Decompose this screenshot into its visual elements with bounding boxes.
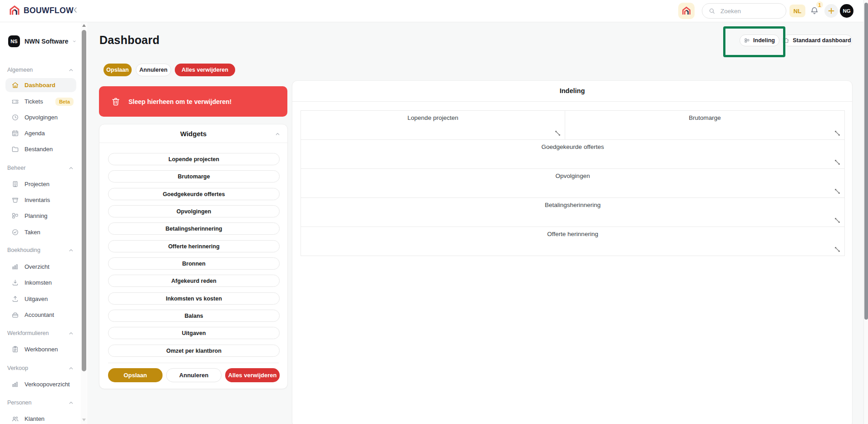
sidebar-item-label: Accountant — [25, 311, 54, 318]
sidebar-item-tickets[interactable]: Tickets Beta — [5, 94, 76, 108]
sidebar-item-taken[interactable]: Taken — [5, 225, 76, 239]
chevron-up-icon — [69, 248, 74, 253]
sidebar-item-label: Klanten — [25, 415, 44, 422]
sidebar-item-label: Opvolgingen — [25, 114, 58, 121]
widget-pill-balans[interactable]: Balans — [108, 310, 280, 322]
sidebar-scrollbar-up-arrow[interactable] — [82, 24, 86, 27]
widgets-panel-title: Widgets — [180, 130, 207, 138]
sidebar-item-uitgaven[interactable]: Uitgaven — [5, 292, 76, 306]
sidebar-section-boekhouding[interactable]: Boekhouding — [7, 246, 74, 254]
chevron-up-icon — [69, 400, 74, 405]
sidebar-item-label: Werkbonnen — [25, 346, 58, 353]
company-selector[interactable]: NS NWN Software — [8, 35, 76, 47]
sidebar-item-verkoopoverzicht[interactable]: Verkoopoverzicht — [5, 377, 76, 391]
sidebar-item-agenda[interactable]: Agenda — [5, 126, 76, 140]
sidebar-item-inkomsten[interactable]: Inkomsten — [5, 276, 76, 290]
delete-all-button[interactable]: Alles verwijderen — [175, 64, 235, 76]
sidebar-section-werkformulieren[interactable]: Werkformulieren — [7, 329, 74, 337]
widgets-panel: Widgets Lopende projecten Brutomarge Goe… — [99, 124, 288, 389]
layout-cell-offerte-herinnering[interactable]: Offerte herinnering — [301, 227, 844, 256]
sidebar-item-bestanden[interactable]: Bestanden — [5, 142, 76, 156]
default-dashboard-button[interactable]: Standaard dashboard — [782, 35, 852, 46]
resize-handle-icon[interactable] — [834, 217, 840, 223]
ticket-icon — [11, 98, 19, 105]
dropzone-label: Sleep hierheen om te verwijderen! — [128, 98, 232, 105]
sidebar-item-label: Verkoopoverzicht — [25, 381, 70, 388]
resize-handle-icon[interactable] — [834, 188, 840, 194]
sidebar-item-opvolgingen[interactable]: Opvolgingen — [5, 110, 76, 124]
sidebar-section-personen[interactable]: Personen — [7, 399, 74, 407]
sidebar-item-accountant[interactable]: Accountant — [5, 308, 76, 322]
home-app-button[interactable] — [678, 3, 695, 19]
widget-pill-brutomarge[interactable]: Brutomarge — [108, 170, 280, 182]
language-switcher[interactable]: NL — [789, 5, 805, 17]
home-icon — [11, 81, 19, 89]
widgets-save-button[interactable]: Opslaan — [108, 368, 163, 382]
brand-logo[interactable]: BOUWFLOW — [9, 5, 74, 16]
layout-panel: Indeling Lopende projecten Brutomarge Go… — [292, 80, 853, 424]
layout-toggle-button[interactable]: Indeling — [740, 35, 779, 46]
kanban-icon — [11, 212, 19, 220]
user-avatar[interactable]: NG — [840, 4, 853, 18]
widgets-delete-all-button[interactable]: Alles verwijderen — [225, 368, 280, 382]
layout-cell-label: Opvolgingen — [301, 169, 844, 179]
widgets-cancel-button[interactable]: Annuleren — [166, 368, 222, 382]
main-content: Dashboard Indeling Standaard dashboard O… — [87, 22, 863, 424]
widget-pill-offerte-herinnering[interactable]: Offerte herinnering — [108, 240, 280, 252]
sidebar-item-label: Taken — [25, 229, 40, 236]
widget-pill-uitgaven[interactable]: Uitgaven — [108, 327, 280, 339]
layout-cell-brutomarge[interactable]: Brutomarge — [565, 111, 844, 139]
sidebar-item-inventaris[interactable]: Inventaris — [5, 193, 76, 207]
chevron-up-icon — [69, 68, 74, 73]
sidebar-item-label: Planning — [25, 212, 48, 219]
widget-pill-lopende-projecten[interactable]: Lopende projecten — [108, 153, 280, 165]
sidebar-scrollbar-thumb[interactable] — [82, 30, 86, 371]
widget-pill-betalingsherinnering[interactable]: Betalingsherinnering — [108, 222, 280, 235]
layout-cell-goedgekeurde-offertes[interactable]: Goedgekeurde offertes — [301, 140, 844, 168]
resize-handle-icon[interactable] — [555, 130, 561, 136]
collapse-sidebar-button[interactable] — [72, 6, 79, 14]
quick-add-button[interactable] — [824, 4, 838, 18]
layout-cell-lopende-projecten[interactable]: Lopende projecten — [301, 111, 565, 139]
widget-pill-afgekeurd-reden[interactable]: Afgekeurd reden — [108, 275, 280, 287]
sidebar-item-projecten[interactable]: Projecten — [5, 177, 76, 191]
home-icon — [783, 37, 789, 44]
resize-handle-icon[interactable] — [834, 159, 840, 165]
sidebar-item-dashboard[interactable]: Dashboard — [5, 78, 76, 92]
widgets-panel-header[interactable]: Widgets — [99, 124, 287, 143]
sidebar-section-algemeen[interactable]: Algemeen — [7, 66, 74, 74]
layout-cell-label: Goedgekeurde offertes — [301, 140, 844, 150]
sidebar-section-beheer[interactable]: Beheer — [7, 164, 74, 172]
resize-handle-icon[interactable] — [834, 130, 840, 136]
page-scrollbar-thumb[interactable] — [864, 3, 868, 320]
drag-delete-dropzone[interactable]: Sleep hierheen om te verwijderen! — [99, 86, 287, 117]
plus-icon — [828, 8, 834, 14]
cancel-button[interactable]: Annuleren — [136, 64, 171, 76]
bar-chart-icon — [11, 263, 19, 271]
default-dashboard-label: Standaard dashboard — [793, 37, 851, 44]
sidebar-section-verkoop[interactable]: Verkoop — [7, 364, 74, 372]
sidebar: NS NWN Software Algemeen Dashboard Ticke… — [0, 22, 87, 424]
search-input[interactable] — [720, 7, 776, 15]
widget-pill-opvolgingen[interactable]: Opvolgingen — [108, 205, 280, 217]
widget-pill-goedgekeurde-offertes[interactable]: Goedgekeurde offertes — [108, 188, 280, 200]
sidebar-item-klanten[interactable]: Klanten — [5, 412, 76, 424]
layout-button-label: Indeling — [753, 37, 775, 44]
page-scrollbar-track[interactable] — [863, 0, 868, 424]
resize-handle-icon[interactable] — [834, 247, 840, 252]
layout-row: Lopende projecten Brutomarge — [301, 111, 844, 140]
search-box[interactable] — [702, 3, 786, 19]
sidebar-item-werkbonnen[interactable]: Werkbonnen — [5, 342, 76, 356]
save-button[interactable]: Opslaan — [104, 64, 132, 76]
widget-pill-omzet-per-klantbron[interactable]: Omzet per klantbron — [108, 345, 280, 357]
sidebar-item-overzicht[interactable]: Overzicht — [5, 260, 76, 274]
sidebar-item-planning[interactable]: Planning — [5, 209, 76, 223]
widget-pill-inkomsten-vs-kosten[interactable]: Inkomsten vs kosten — [108, 292, 280, 305]
widget-pill-bronnen[interactable]: Bronnen — [108, 257, 280, 270]
layout-cell-opvolgingen[interactable]: Opvolgingen — [301, 169, 844, 197]
chevron-up-icon — [69, 331, 74, 336]
page-title: Dashboard — [99, 34, 159, 47]
section-label: Beheer — [7, 165, 25, 171]
layout-cell-betalingsherinnering[interactable]: Betalingsherinnering — [301, 198, 844, 227]
sidebar-scrollbar-down-arrow[interactable] — [82, 419, 86, 421]
